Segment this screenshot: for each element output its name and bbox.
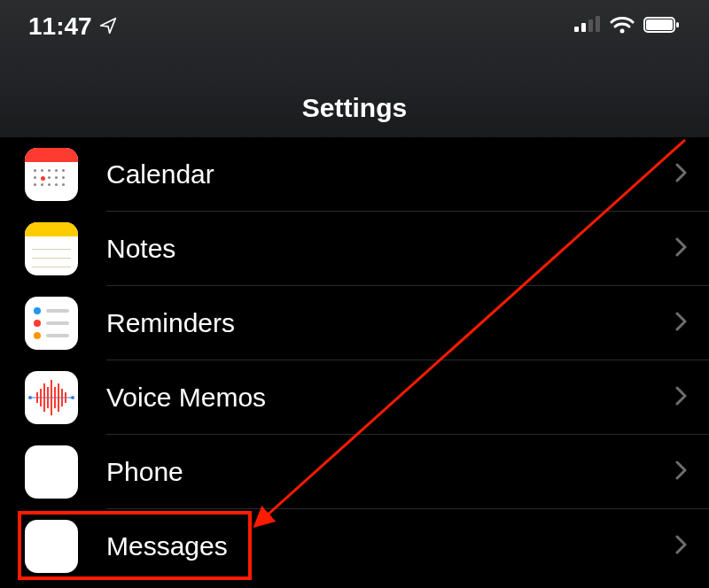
chevron-right-icon <box>675 535 688 558</box>
settings-row-calendar[interactable]: Calendar <box>25 137 709 212</box>
row-label: Messages <box>106 531 675 561</box>
header: 11:47 <box>0 0 709 137</box>
settings-row-voicememos[interactable]: Voice Memos <box>25 360 709 435</box>
cellular-signal-icon <box>574 16 601 37</box>
svg-rect-1 <box>581 23 586 32</box>
row-label: Voice Memos <box>106 383 675 413</box>
settings-screen: 11:47 <box>0 0 709 588</box>
chevron-right-icon <box>675 163 688 186</box>
svg-rect-7 <box>676 22 679 27</box>
chevron-right-icon <box>675 312 688 335</box>
chevron-right-icon <box>675 237 688 260</box>
chevron-right-icon <box>675 386 688 409</box>
svg-rect-2 <box>588 19 593 32</box>
chevron-right-icon <box>675 460 688 484</box>
settings-list: Calendar Notes Reminders <box>0 137 709 584</box>
svg-point-4 <box>620 29 625 34</box>
status-bar-right <box>574 16 681 37</box>
svg-point-10 <box>71 396 74 399</box>
reminders-icon <box>25 297 78 350</box>
messages-icon <box>25 520 78 573</box>
phone-icon <box>25 445 78 499</box>
svg-point-9 <box>28 396 32 399</box>
svg-rect-0 <box>574 27 579 32</box>
settings-row-phone[interactable]: Phone <box>25 435 709 509</box>
status-bar: 11:47 <box>0 0 709 53</box>
location-arrow-icon <box>99 12 117 41</box>
status-bar-left: 11:47 <box>28 12 117 41</box>
row-label: Reminders <box>106 308 675 338</box>
notes-icon <box>25 222 78 275</box>
svg-rect-6 <box>646 19 673 30</box>
battery-icon <box>643 16 681 37</box>
row-label: Calendar <box>106 159 675 190</box>
page-title: Settings <box>0 93 709 123</box>
status-time: 11:47 <box>28 12 92 41</box>
settings-row-reminders[interactable]: Reminders <box>25 286 709 360</box>
settings-row-notes[interactable]: Notes <box>25 212 709 286</box>
wifi-icon <box>610 16 635 37</box>
voice-memos-icon <box>25 371 78 424</box>
settings-row-messages[interactable]: Messages <box>25 509 709 584</box>
row-label: Phone <box>106 457 675 487</box>
row-label: Notes <box>106 234 675 264</box>
svg-rect-3 <box>596 16 600 32</box>
calendar-icon <box>25 148 78 201</box>
